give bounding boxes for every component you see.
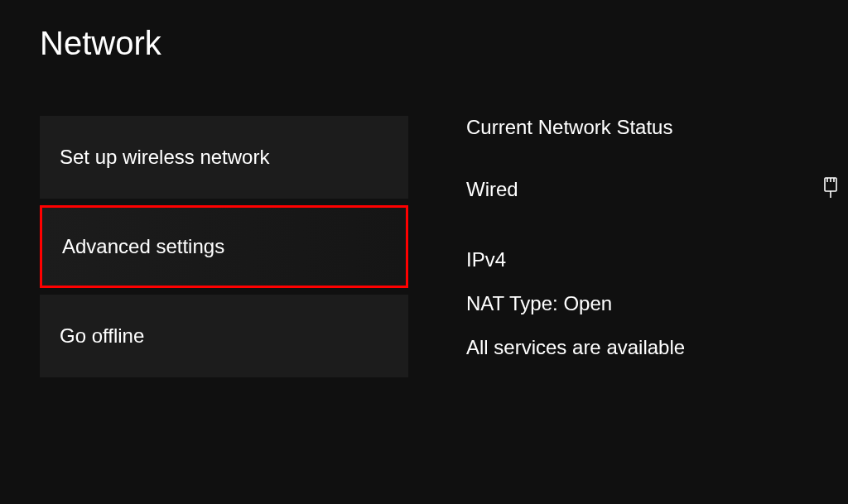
content-area: Set up wireless network Advanced setting…: [0, 116, 848, 384]
services-status: All services are available: [466, 336, 847, 359]
ip-version: IPv4: [466, 248, 847, 271]
menu-item-label: Go offline: [60, 324, 144, 348]
menu-item-go-offline[interactable]: Go offline: [40, 295, 408, 377]
nat-type: NAT Type: Open: [466, 292, 847, 315]
connection-type: Wired: [466, 178, 518, 201]
menu-item-setup-wireless[interactable]: Set up wireless network: [40, 116, 408, 199]
page-title: Network: [0, 0, 848, 62]
connection-row: Wired: [466, 176, 847, 203]
status-panel: Current Network Status Wired IPv4 NAT Ty…: [466, 116, 847, 384]
menu-item-label: Set up wireless network: [60, 146, 269, 169]
menu-item-advanced-settings[interactable]: Advanced settings: [40, 205, 408, 288]
menu-item-label: Advanced settings: [62, 235, 224, 258]
menu-list: Set up wireless network Advanced setting…: [40, 116, 408, 384]
wired-icon: [822, 176, 839, 203]
status-heading: Current Network Status: [466, 116, 847, 139]
